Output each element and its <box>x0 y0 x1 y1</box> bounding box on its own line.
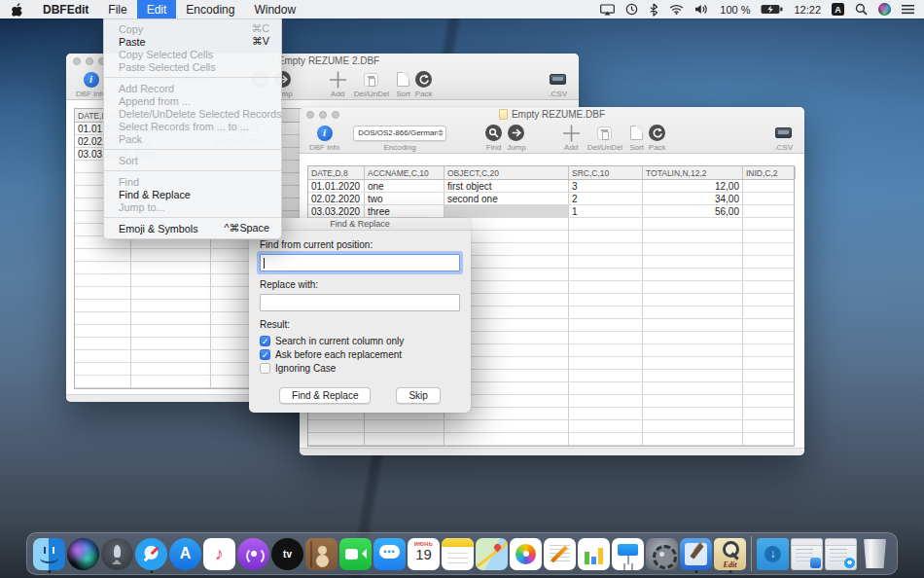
tool-sort[interactable]: Sort <box>396 70 410 98</box>
table-cell[interactable] <box>444 420 569 432</box>
table-cell[interactable] <box>75 312 131 324</box>
table-cell[interactable] <box>643 433 743 445</box>
table-cell[interactable] <box>75 325 131 337</box>
table-cell[interactable] <box>569 281 643 293</box>
table-row-empty[interactable] <box>308 433 794 446</box>
table-cell[interactable] <box>131 312 211 324</box>
dock-system-preferences-icon[interactable] <box>645 534 679 573</box>
table-cell[interactable] <box>444 205 569 217</box>
table-cell[interactable] <box>131 262 211 273</box>
replace-input[interactable] <box>260 294 460 311</box>
tool-csv[interactable]: .CSV <box>774 124 793 152</box>
table-cell[interactable] <box>75 363 131 375</box>
find-replace-button[interactable]: Find & Replace <box>279 387 371 404</box>
column-header[interactable]: DATE,D,8 <box>308 166 365 179</box>
table-cell[interactable] <box>569 357 643 369</box>
table-cell[interactable]: 2 <box>569 193 643 204</box>
table-cell[interactable] <box>643 357 743 369</box>
table-cell[interactable]: two <box>365 193 444 204</box>
table-cell[interactable] <box>743 243 796 255</box>
table-cell[interactable] <box>569 231 643 242</box>
menu-item-emoji-symbols[interactable]: Emoji & Symbols^⌘Space <box>104 222 281 235</box>
table-cell[interactable] <box>569 344 643 356</box>
table-cell[interactable] <box>643 218 743 230</box>
table-cell[interactable] <box>743 433 796 445</box>
column-header[interactable]: OBJECT,C,20 <box>444 166 569 179</box>
minimize-button[interactable] <box>86 57 93 65</box>
tool-jump[interactable]: Jump <box>507 124 526 152</box>
dock-launchpad-icon[interactable] <box>100 534 134 573</box>
dialog-title-bar[interactable]: Find & Replace <box>249 218 471 231</box>
table-cell[interactable] <box>569 420 643 432</box>
table-cell[interactable] <box>743 205 796 217</box>
table-cell[interactable] <box>131 338 211 349</box>
dock-messages-icon[interactable]: ••• <box>373 534 407 573</box>
table-cell[interactable] <box>308 433 365 445</box>
table-cell[interactable] <box>643 281 743 293</box>
battery-icon[interactable] <box>761 4 783 15</box>
dock-minimized-xcode-window-icon[interactable] <box>790 534 824 573</box>
time-machine-icon[interactable] <box>625 3 638 16</box>
table-cell[interactable] <box>643 382 743 394</box>
dock-keynote-icon[interactable] <box>611 534 645 573</box>
bluetooth-icon[interactable] <box>649 3 658 17</box>
table-cell[interactable]: 01.01.2020 <box>308 180 365 192</box>
dock-safari-icon[interactable] <box>134 534 168 573</box>
checkbox-row-ignoring-case[interactable]: Ignoring Case <box>260 361 460 375</box>
airplay-display-icon[interactable] <box>600 4 615 16</box>
table-cell[interactable] <box>743 180 796 192</box>
tool-del-undel[interactable]: Del/UnDel <box>354 70 389 98</box>
tool-sort[interactable]: Sort <box>629 124 644 152</box>
table-cell[interactable] <box>131 376 211 387</box>
table-cell[interactable] <box>643 370 743 381</box>
table-cell[interactable] <box>743 357 796 369</box>
column-header[interactable]: INID,C,2 <box>743 166 796 179</box>
table-cell[interactable] <box>75 338 131 349</box>
find-input[interactable] <box>260 254 460 271</box>
checkbox-icon[interactable]: ✓ <box>260 349 270 360</box>
table-cell[interactable] <box>643 269 743 280</box>
table-cell[interactable] <box>743 420 796 432</box>
dock-dbfedit-icon[interactable]: Edit <box>713 534 747 573</box>
table-row[interactable]: 01.01.2020onefirst object312,00 <box>308 180 794 193</box>
table-cell[interactable]: first object <box>444 180 569 192</box>
table-cell[interactable] <box>643 243 743 255</box>
zoom-button[interactable] <box>332 111 339 119</box>
table-cell[interactable] <box>743 231 796 242</box>
table-cell[interactable] <box>75 287 131 299</box>
dock-podcasts-icon[interactable] <box>236 534 270 573</box>
wifi-icon[interactable] <box>669 4 684 15</box>
tool-dbf-info[interactable]: iDBF info <box>76 70 106 98</box>
close-button[interactable] <box>73 57 81 65</box>
table-cell[interactable] <box>569 269 643 280</box>
volume-icon[interactable] <box>694 4 709 15</box>
dock-maps-icon[interactable] <box>475 534 509 573</box>
table-cell[interactable] <box>75 376 131 387</box>
table-cell[interactable] <box>569 294 643 306</box>
menubar-menu-edit[interactable]: Edit <box>137 0 177 18</box>
table-cell[interactable] <box>643 344 743 356</box>
table-cell[interactable] <box>743 344 796 356</box>
encoding-select[interactable]: DOS/OS2-866/Germany <box>353 126 446 141</box>
dock-downloads-icon[interactable]: ↓ <box>756 534 790 573</box>
table-cell[interactable]: second one <box>444 193 569 204</box>
table-cell[interactable] <box>131 350 211 362</box>
dock-calendar-icon[interactable]: ИЮНЬ19 <box>407 534 441 573</box>
column-header[interactable]: SRC,C,10 <box>569 166 643 179</box>
dock-siri-icon[interactable] <box>66 534 100 573</box>
menubar-menu-encoding[interactable]: Encoding <box>176 0 244 18</box>
checkbox-row-search-in-current-column-only[interactable]: ✓Search in current column only <box>260 334 460 347</box>
table-cell[interactable] <box>569 218 643 230</box>
dock-numbers-icon[interactable] <box>577 534 611 573</box>
table-cell[interactable] <box>131 325 211 337</box>
table-cell[interactable] <box>743 269 796 280</box>
front-window-title-bar[interactable]: Empty REZUME.DBF <box>300 107 804 122</box>
table-cell[interactable] <box>569 395 643 407</box>
input-source-icon[interactable]: A <box>832 3 844 16</box>
table-cell[interactable] <box>75 350 131 362</box>
table-cell[interactable] <box>131 363 211 375</box>
menubar-menu-window[interactable]: Window <box>244 0 305 18</box>
dock-notes-icon[interactable] <box>441 534 475 573</box>
table-cell[interactable] <box>569 382 643 394</box>
menubar-menu-file[interactable]: File <box>98 0 136 18</box>
